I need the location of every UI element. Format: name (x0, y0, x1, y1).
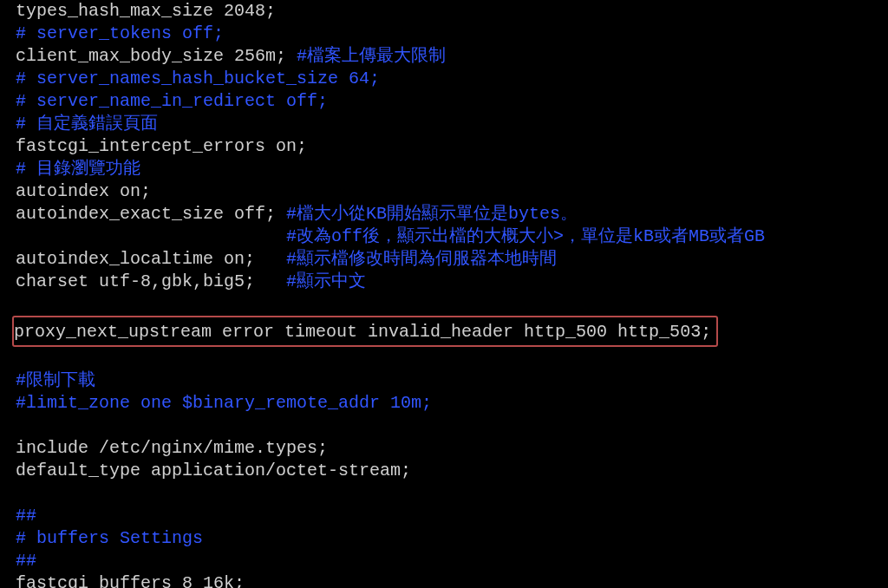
code-line: autoindex_localtime on; #顯示檔修改時間為伺服器本地時間 (16, 248, 872, 271)
code-line: types_hash_max_size 2048; (16, 0, 872, 23)
code-text: autoindex_exact_size off; (16, 204, 286, 224)
code-line: client_max_body_size 256m; #檔案上傳最大限制 (16, 45, 872, 68)
code-line: # 自定義錯誤頁面 (16, 113, 872, 135)
code-line: #limit_zone one $binary_remote_addr 10m; (16, 392, 872, 415)
code-comment: #改為off後，顯示出檔的大概大小>，單位是kB或者MB或者GB (286, 226, 765, 246)
code-text: types_hash_max_size 2048; (16, 1, 276, 21)
code-text (16, 294, 26, 314)
code-line: proxy_next_upstream error timeout invali… (16, 316, 872, 347)
code-line: # buffers Settings (16, 527, 872, 550)
code-comment: # buffers Settings (16, 528, 203, 548)
code-line (16, 482, 872, 505)
code-line: autoindex_exact_size off; #檔大小從KB開始顯示單位是… (16, 203, 872, 225)
code-line: fastcgi_intercept_errors on; (16, 135, 872, 158)
code-line: # server_tokens off; (16, 23, 872, 45)
code-text: client_max_body_size 256m; (16, 46, 297, 66)
code-text: fastcgi_intercept_errors on; (16, 136, 307, 156)
code-text (16, 226, 286, 246)
nginx-config-code-block: types_hash_max_size 2048;# server_tokens… (0, 0, 888, 588)
code-comment: #顯示檔修改時間為伺服器本地時間 (286, 249, 557, 269)
code-line: # 目錄瀏覽功能 (16, 158, 872, 180)
code-line: fastcgi_buffers 8 16k; (16, 572, 872, 588)
code-line: charset utf-8,gbk,big5; #顯示中文 (16, 271, 872, 293)
code-comment: #檔案上傳最大限制 (297, 46, 446, 66)
code-text: autoindex on; (16, 181, 151, 201)
code-comment: # 目錄瀏覽功能 (16, 159, 140, 179)
code-line: include /etc/nginx/mime.types; (16, 437, 872, 460)
code-text (16, 483, 26, 503)
code-text: include /etc/nginx/mime.types; (16, 438, 328, 458)
code-text: proxy_next_upstream error timeout invali… (14, 322, 711, 342)
highlighted-directive: proxy_next_upstream error timeout invali… (12, 316, 718, 347)
code-comment: # server_tokens off; (16, 23, 224, 43)
code-comment: #limit_zone one $binary_remote_addr 10m; (16, 393, 432, 413)
code-comment: ## (16, 506, 36, 526)
code-text: charset utf-8,gbk,big5; (16, 271, 286, 291)
code-text: default_type application/octet-stream; (16, 461, 411, 480)
code-line (16, 415, 872, 437)
code-comment: #限制下載 (16, 370, 95, 390)
code-text: fastcgi_buffers 8 16k; (16, 573, 245, 588)
code-comment: #顯示中文 (286, 271, 366, 291)
code-comment: #檔大小從KB開始顯示單位是bytes。 (286, 204, 578, 224)
code-line: # server_names_hash_bucket_size 64; (16, 68, 872, 90)
code-line: default_type application/octet-stream; (16, 460, 872, 482)
code-comment: ## (16, 551, 36, 571)
code-text: autoindex_localtime on; (16, 249, 286, 269)
code-line: #限制下載 (16, 369, 872, 392)
code-line (16, 293, 872, 316)
code-comment: # 自定義錯誤頁面 (16, 114, 158, 134)
code-comment: # server_names_hash_bucket_size 64; (16, 69, 380, 88)
code-line: #改為off後，顯示出檔的大概大小>，單位是kB或者MB或者GB (16, 225, 872, 248)
code-line: ## (16, 505, 872, 527)
code-comment: # server_name_in_redirect off; (16, 91, 328, 111)
code-line: ## (16, 550, 872, 572)
code-line: autoindex on; (16, 180, 872, 203)
code-line: # server_name_in_redirect off; (16, 90, 872, 113)
code-text (16, 415, 26, 435)
code-text (16, 348, 26, 368)
code-line (16, 347, 872, 369)
